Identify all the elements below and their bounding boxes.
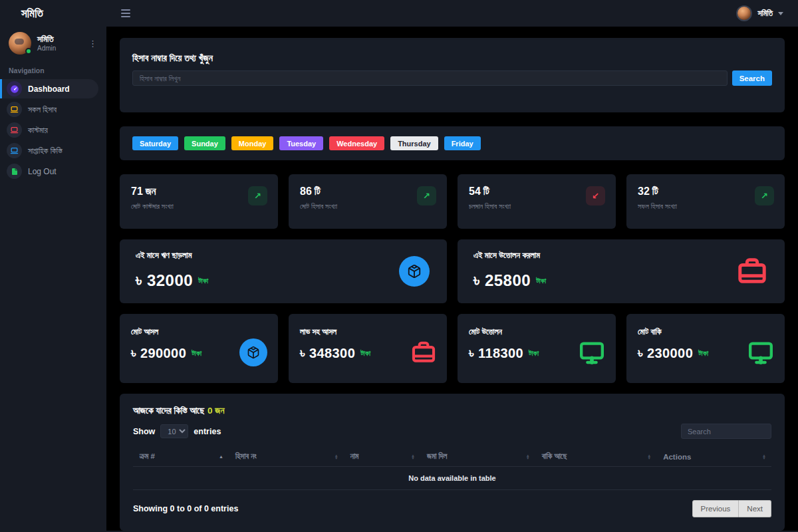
card-total-withdrawn: মোট উত্তোলন ৳ 118300 টাকা [458, 314, 616, 383]
day-button-tuesday[interactable]: Tuesday [279, 136, 323, 150]
online-status-dot [25, 48, 32, 55]
empty-message: No data available in table [133, 467, 771, 490]
currency-sign: ৳ [473, 271, 480, 289]
currency-unit: টাকা [198, 277, 208, 285]
stat-label: মোট হিসাব সংখ্যা [300, 202, 436, 211]
avatar[interactable] [9, 32, 31, 55]
sort-icon[interactable]: ▲▼ [647, 454, 651, 460]
sidebar-item-all-accounts[interactable]: সকল হিসাব [0, 100, 106, 119]
stat-label: চলমান হিসাব সংখ্যা [469, 202, 604, 211]
sidebar-item-label: সকল হিসাব [28, 105, 57, 114]
stat-value: 54 [469, 186, 481, 197]
column-header-due[interactable]: বাকি আছে▲▼ [535, 447, 656, 467]
show-label: Show [133, 427, 155, 436]
sidebar-item-weekly-installment[interactable]: সাপ্তাহিক কিস্তি [0, 141, 106, 160]
table-header-row: ক্রম #▲ হিসাব নং▲▼ নাম▲▼ জমা দিল▲▼ বাকি … [133, 447, 771, 467]
stat-unit: টি [315, 186, 321, 197]
next-page-button[interactable]: Next [739, 500, 771, 517]
day-button-wednesday[interactable]: Wednesday [329, 136, 384, 150]
trend-up-icon: ↗ [417, 186, 436, 205]
stat-unit: টি [483, 186, 489, 197]
sidebar-profile: সমিতি Admin ⋮ [0, 28, 106, 60]
stat-card-total-accounts: 86টি মোট হিসাব সংখ্যা ↗ [289, 174, 447, 229]
chevron-down-icon [778, 12, 783, 15]
account-search-panel: হিসাব নাম্বার দিয়ে তথ্য খুঁজুন Search [120, 38, 785, 112]
sidebar-item-dashboard[interactable]: Dashboard [0, 79, 98, 98]
summary-cards-row: মোট আসল ৳ 290000 টাকা লাভ সহ আসল ৳ 34830… [120, 314, 785, 383]
monitor-icon [579, 339, 605, 366]
laptop-icon [7, 122, 22, 138]
card-title: এই মাসে ঋণ ছাড়লাম [136, 251, 431, 261]
table-controls: Show 10 entries [133, 424, 771, 439]
stat-value: 86 [300, 186, 312, 197]
page-size-select[interactable]: 10 [160, 424, 188, 438]
day-button-saturday[interactable]: Saturday [132, 136, 178, 150]
main-column: সমিতি হিসাব নাম্বার দিয়ে তথ্য খুঁজুন Se… [106, 0, 798, 532]
sort-icon[interactable]: ▲▼ [762, 454, 766, 460]
card-title: মোট উত্তোলন [469, 327, 604, 336]
sort-icon[interactable]: ▲▼ [526, 454, 530, 460]
stat-card-running-accounts: 54টি চলমান হিসাব সংখ্যা ↙ [458, 174, 616, 229]
sort-icon[interactable]: ▲▼ [411, 454, 415, 460]
currency-sign: ৳ [300, 346, 305, 360]
hamburger-menu-icon[interactable] [121, 9, 130, 17]
sidebar-item-label: সাপ্তাহিক কিস্তি [28, 146, 62, 156]
content-area: হিসাব নাম্বার দিয়ে তথ্য খুঁজুন Search S… [106, 27, 798, 531]
card-title: এই মাসে উত্তোলন করলাম [473, 251, 769, 261]
user-menu[interactable]: সমিতি [736, 5, 783, 21]
sidebar-item-logout[interactable]: Log Out [0, 162, 106, 181]
speedometer-icon [7, 81, 22, 96]
day-button-thursday[interactable]: Thursday [390, 136, 438, 150]
column-header-serial[interactable]: ক্রম #▲ [133, 447, 229, 467]
amount-value: 118300 [478, 346, 523, 360]
card-title: লাভ সহ আসল [300, 327, 436, 336]
sort-icon[interactable]: ▲ [219, 456, 223, 458]
amount-value: 290000 [140, 346, 186, 360]
column-header-actions[interactable]: Actions▲▼ [656, 447, 771, 467]
stat-unit: টি [652, 186, 658, 197]
currency-unit: টাকা [529, 349, 539, 358]
laptop-icon [7, 102, 22, 117]
table-search-input[interactable] [681, 424, 771, 439]
brand-logo[interactable]: সমিতি [0, 0, 106, 28]
avatar [736, 5, 752, 21]
codesandbox-icon [239, 338, 267, 366]
nav-section-label: Navigation [0, 60, 106, 78]
sidebar-item-label: Log Out [28, 167, 57, 176]
amount-value: 230000 [647, 346, 693, 360]
kebab-menu-icon[interactable]: ⋮ [86, 39, 100, 49]
day-button-sunday[interactable]: Sunday [184, 136, 225, 150]
amount-value: 25800 [485, 271, 531, 289]
amount-value: 348300 [309, 346, 355, 360]
card-principal-with-profit: লাভ সহ আসল ৳ 348300 টাকা [289, 314, 447, 383]
account-number-input[interactable] [132, 70, 728, 86]
search-panel-title: হিসাব নাম্বার দিয়ে তথ্য খুঁজুন [132, 53, 772, 64]
app-window: সমিতি সমিতি Admin ⋮ Navigation Dashboard… [0, 0, 798, 532]
weekday-filter-panel: Saturday Sunday Monday Tuesday Wednesday… [120, 126, 785, 160]
sidebar: সমিতি সমিতি Admin ⋮ Navigation Dashboard… [0, 0, 106, 532]
trend-up-icon: ↗ [248, 186, 267, 205]
column-header-paid[interactable]: জমা দিল▲▼ [420, 447, 535, 467]
column-header-account-no[interactable]: হিসাব নং▲▼ [229, 447, 344, 467]
stat-card-successful-accounts: 32টি সফল হিসাব সংখ্যা ↗ [626, 174, 785, 229]
sort-icon[interactable]: ▲▼ [334, 454, 338, 460]
sidebar-item-customers[interactable]: কাস্টমার [0, 120, 106, 140]
day-button-monday[interactable]: Monday [231, 136, 274, 150]
installments-table: ক্রম #▲ হিসাব নং▲▼ নাম▲▼ জমা দিল▲▼ বাকি … [133, 447, 771, 490]
table-footer: Showing 0 to 0 of 0 entries Previous Nex… [133, 500, 771, 517]
stat-label: মোট কাস্টমার সংখ্যা [131, 202, 267, 211]
card-title: মোট আসল [131, 327, 267, 336]
card-title: মোট বাকি [638, 327, 773, 336]
pagination: Previous Next [692, 500, 771, 517]
search-button[interactable]: Search [732, 70, 772, 86]
card-total-principal: মোট আসল ৳ 290000 টাকা [120, 314, 278, 383]
sidebar-item-label: কাস্টমার [28, 126, 48, 135]
card-withdrawn-this-month: এই মাসে উত্তোলন করলাম ৳ 25800 টাকা [458, 239, 785, 303]
column-header-name[interactable]: নাম▲▼ [344, 447, 420, 467]
previous-page-button[interactable]: Previous [692, 500, 739, 517]
day-button-friday[interactable]: Friday [444, 136, 481, 150]
installment-count: 0 জন [207, 406, 224, 416]
currency-unit: টাকা [192, 349, 201, 358]
stats-row: 71জন মোট কাস্টমার সংখ্যা ↗ 86টি মোট হিসা… [120, 174, 785, 229]
profile-role: Admin [37, 45, 56, 53]
